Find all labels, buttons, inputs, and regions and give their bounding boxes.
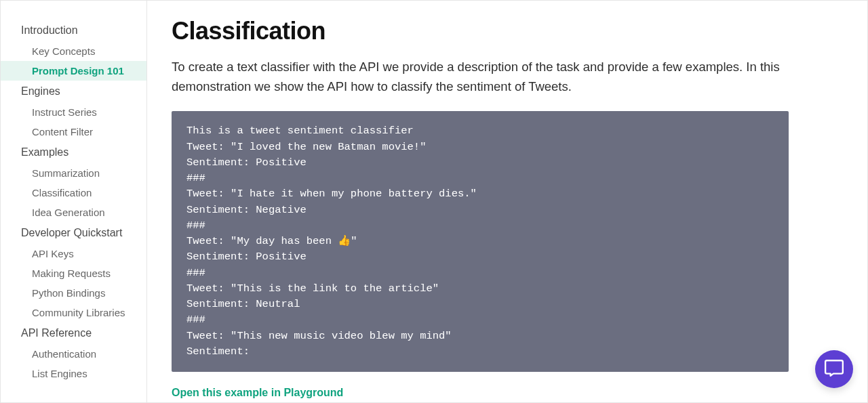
- nav-item-summarization[interactable]: Summarization: [1, 163, 146, 183]
- nav-item-key-concepts[interactable]: Key Concepts: [1, 41, 146, 61]
- page-title: Classification: [172, 17, 789, 45]
- intro-paragraph: To create a text classifier with the API…: [172, 58, 782, 96]
- nav-item-api-keys[interactable]: API Keys: [1, 244, 146, 263]
- nav-item-python-bindings[interactable]: Python Bindings: [1, 283, 146, 303]
- nav-section: API Reference Authentication List Engine…: [1, 322, 146, 383]
- code-example: This is a tweet sentiment classifier Twe…: [172, 111, 789, 372]
- nav-section-examples[interactable]: Examples: [1, 142, 146, 163]
- nav-item-prompt-design-101[interactable]: Prompt Design 101: [1, 61, 146, 81]
- nav-item-classification[interactable]: Classification: [1, 183, 146, 203]
- nav-section: Developer Quickstart API Keys Making Req…: [1, 222, 146, 322]
- nav-section: Examples Summarization Classification Id…: [1, 142, 146, 222]
- main-content: Classification To create a text classifi…: [147, 1, 867, 402]
- nav-section: Engines Instruct Series Content Filter: [1, 81, 146, 142]
- nav-section-engines[interactable]: Engines: [1, 81, 146, 102]
- nav-item-authentication[interactable]: Authentication: [1, 344, 146, 364]
- nav-item-making-requests[interactable]: Making Requests: [1, 263, 146, 283]
- nav-item-community-libraries[interactable]: Community Libraries: [1, 303, 146, 322]
- nav-section-api-reference[interactable]: API Reference: [1, 322, 146, 344]
- chat-widget-button[interactable]: [815, 350, 853, 388]
- nav-section-developer-quickstart[interactable]: Developer Quickstart: [1, 222, 146, 244]
- chat-icon: [824, 358, 844, 381]
- nav-item-instruct-series[interactable]: Instruct Series: [1, 102, 146, 122]
- nav-section-introduction[interactable]: Introduction: [1, 20, 146, 41]
- open-playground-link[interactable]: Open this example in Playground: [172, 387, 343, 398]
- sidebar: Introduction Key Concepts Prompt Design …: [1, 1, 147, 402]
- nav-section: Introduction Key Concepts Prompt Design …: [1, 20, 146, 81]
- nav-item-list-engines[interactable]: List Engines: [1, 364, 146, 383]
- nav-item-content-filter[interactable]: Content Filter: [1, 122, 146, 142]
- nav-item-idea-generation[interactable]: Idea Generation: [1, 203, 146, 222]
